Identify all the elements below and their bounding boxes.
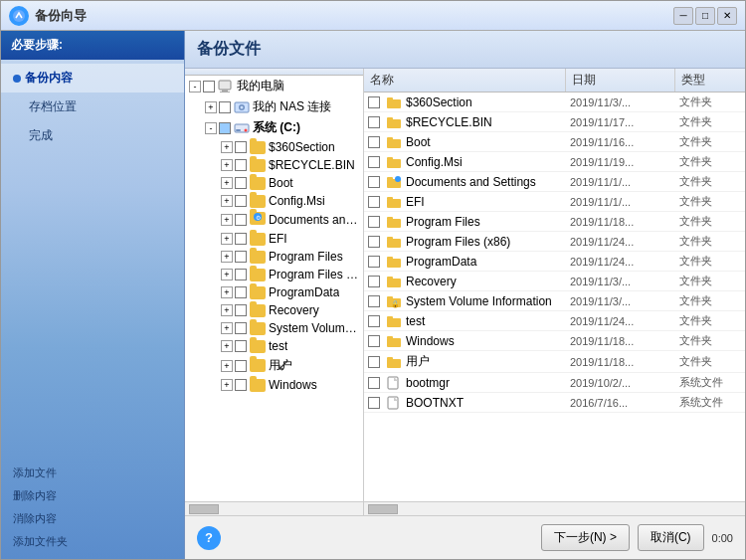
file-row-checkbox[interactable] <box>368 295 380 307</box>
checkbox-program-files[interactable] <box>235 251 247 263</box>
file-row-checkbox[interactable] <box>368 315 380 327</box>
sidebar-clear-content[interactable]: 消除内容 <box>9 509 176 528</box>
help-button[interactable]: ? <box>197 526 221 550</box>
expand-nas[interactable]: + <box>205 101 217 113</box>
file-list-row[interactable]: EFI2019/11/1/...文件夹 <box>364 192 745 212</box>
tree-item-programdata[interactable]: + ProgramData <box>185 283 363 301</box>
file-list-row[interactable]: Boot2019/11/16...文件夹 <box>364 132 745 152</box>
file-row-checkbox[interactable] <box>368 196 380 208</box>
file-row-checkbox[interactable] <box>368 356 380 368</box>
sidebar-item-complete[interactable]: 完成 <box>1 121 184 150</box>
expand-program-files-x86[interactable]: + <box>221 269 233 280</box>
checkbox-nas[interactable] <box>219 101 231 113</box>
file-row-checkbox[interactable] <box>368 96 380 108</box>
file-list-row[interactable]: bootmgr2019/10/2/...系统文件 <box>364 373 745 393</box>
checkbox-windows[interactable] <box>235 379 247 391</box>
sidebar-item-backup-content[interactable]: 备份内容 <box>1 64 184 93</box>
file-row-checkbox[interactable] <box>368 276 380 287</box>
tree-item-windows[interactable]: + Windows <box>185 376 363 394</box>
checkbox-documents[interactable] <box>235 214 247 226</box>
file-list-row[interactable]: ProgramData2019/11/24...文件夹 <box>364 252 745 272</box>
file-list-row[interactable]: BOOTNXT2016/7/16...系统文件 <box>364 393 745 413</box>
tree-item-program-files-x86[interactable]: + Program Files (x86 <box>185 266 363 283</box>
checkbox-360section[interactable] <box>235 141 247 153</box>
tree-item-recycle[interactable]: + $RECYCLE.BIN <box>185 156 363 174</box>
tree-item-nas[interactable]: + 我的 NAS 连接 <box>185 96 363 117</box>
expand-programdata[interactable]: + <box>221 286 233 298</box>
tree-item-config-msi[interactable]: + Config.Msi <box>185 192 363 210</box>
tree-item-360section[interactable]: + $360Section <box>185 138 363 156</box>
expand-program-files[interactable]: + <box>221 251 233 263</box>
checkbox-system-volume[interactable] <box>235 322 247 334</box>
file-list-row[interactable]: test2019/11/24...文件夹 <box>364 311 745 331</box>
file-h-scroll[interactable] <box>364 501 745 515</box>
file-row-checkbox[interactable] <box>368 136 380 148</box>
cancel-button[interactable]: 取消(C) <box>638 524 704 551</box>
maximize-button[interactable]: □ <box>695 7 715 25</box>
col-name[interactable]: 名称 <box>364 69 566 92</box>
file-row-checkbox[interactable] <box>368 156 380 168</box>
file-row-checkbox[interactable] <box>368 116 380 128</box>
file-list-row[interactable]: $360Section2019/11/3/...文件夹 <box>364 93 745 112</box>
file-list-row[interactable]: 🔒System Volume Information2019/11/3/...文… <box>364 291 745 311</box>
tree-item-system-volume[interactable]: + System Volume Infor <box>185 319 363 337</box>
file-row-checkbox[interactable] <box>368 397 380 409</box>
tree-item-documents[interactable]: + ⚙ Documents and Se... <box>185 210 363 230</box>
expand-test[interactable]: + <box>221 340 233 352</box>
file-row-checkbox[interactable] <box>368 256 380 268</box>
file-list-row[interactable]: 用户2019/11/18...文件夹 <box>364 351 745 373</box>
expand-users[interactable]: + <box>221 360 233 372</box>
minimize-button[interactable]: ─ <box>673 7 693 25</box>
file-row-checkbox[interactable] <box>368 377 380 389</box>
expand-boot[interactable]: + <box>221 177 233 189</box>
file-list-row[interactable]: Documents and Settings2019/11/1/...文件夹 <box>364 172 745 192</box>
file-list-row[interactable]: Recovery2019/11/3/...文件夹 <box>364 272 745 291</box>
checkbox-boot[interactable] <box>235 177 247 189</box>
next-button[interactable]: 下一步(N) > <box>541 524 630 551</box>
file-list-row[interactable]: Windows2019/11/18...文件夹 <box>364 331 745 351</box>
expand-recovery[interactable]: + <box>221 304 233 316</box>
checkbox-programdata[interactable] <box>235 286 247 298</box>
checkbox-efi[interactable] <box>235 233 247 245</box>
tree-item-efi[interactable]: + EFI <box>185 230 363 248</box>
file-list-row[interactable]: Config.Msi2019/11/19...文件夹 <box>364 152 745 172</box>
tree-item-test[interactable]: + test <box>185 337 363 355</box>
tree-item-recovery[interactable]: + Recovery <box>185 301 363 319</box>
checkbox-users[interactable] <box>235 360 247 372</box>
tree-item-my-computer[interactable]: - 我的电脑 <box>185 76 363 96</box>
col-type[interactable]: 类型 <box>675 69 745 92</box>
close-button[interactable]: ✕ <box>717 7 737 25</box>
file-row-checkbox[interactable] <box>368 335 380 347</box>
checkbox-recovery[interactable] <box>235 304 247 316</box>
checkbox-recycle[interactable] <box>235 159 247 171</box>
file-list-row[interactable]: Program Files2019/11/18...文件夹 <box>364 212 745 232</box>
tree-item-system-c[interactable]: - 系统 (C:) <box>185 117 363 138</box>
expand-360section[interactable]: + <box>221 141 233 153</box>
tree-content[interactable]: - 我的电脑 <box>185 76 363 501</box>
expand-system-c[interactable]: - <box>205 122 217 134</box>
file-list-content[interactable]: $360Section2019/11/3/...文件夹$RECYCLE.BIN2… <box>364 93 745 501</box>
file-list-row[interactable]: Program Files (x86)2019/11/24...文件夹 <box>364 232 745 252</box>
checkbox-my-computer[interactable] <box>203 81 215 93</box>
expand-config-msi[interactable]: + <box>221 195 233 207</box>
expand-efi[interactable]: + <box>221 233 233 245</box>
sidebar-add-folder[interactable]: 添加文件夹 <box>9 532 176 551</box>
sidebar-delete-content[interactable]: 删除内容 <box>9 486 176 505</box>
checkbox-program-files-x86[interactable] <box>235 269 247 280</box>
expand-documents[interactable]: + <box>221 214 233 226</box>
tree-item-program-files[interactable]: + Program Files <box>185 248 363 266</box>
checkbox-system-c[interactable] <box>219 122 231 134</box>
expand-recycle[interactable]: + <box>221 159 233 171</box>
file-row-checkbox[interactable] <box>368 216 380 228</box>
tree-item-users[interactable]: + 用户 ↙ <box>185 355 363 376</box>
checkbox-config-msi[interactable] <box>235 195 247 207</box>
tree-item-boot[interactable]: + Boot <box>185 174 363 192</box>
col-date[interactable]: 日期 <box>566 69 675 92</box>
file-row-checkbox[interactable] <box>368 176 380 188</box>
tree-h-scroll[interactable] <box>185 501 363 515</box>
expand-windows[interactable]: + <box>221 379 233 391</box>
sidebar-item-storage-location[interactable]: 存档位置 <box>1 93 184 121</box>
checkbox-test[interactable] <box>235 340 247 352</box>
file-row-checkbox[interactable] <box>368 236 380 248</box>
file-list-row[interactable]: $RECYCLE.BIN2019/11/17...文件夹 <box>364 112 745 132</box>
